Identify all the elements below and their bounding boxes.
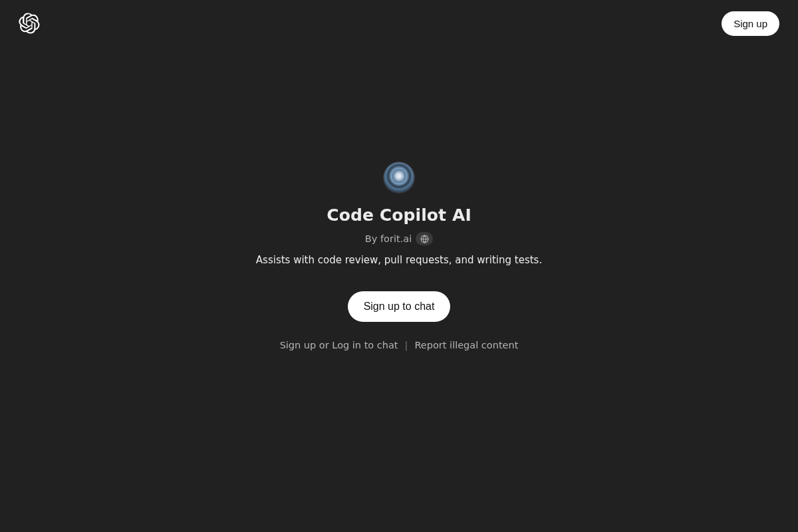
main-content: Code Copilot AI By forit.ai Assists with… (0, 0, 798, 522)
globe-icon (416, 232, 433, 245)
author-text: By forit.ai (365, 233, 412, 244)
footer-separator: | (405, 340, 408, 350)
report-link[interactable]: Report illegal content (414, 340, 518, 350)
footer-links: Sign up or Log in to chat | Report illeg… (280, 340, 519, 350)
byline: By forit.ai (365, 232, 433, 245)
assistant-avatar (383, 162, 415, 194)
page-title: Code Copilot AI (327, 205, 471, 225)
login-prompt-link[interactable]: Sign up or Log in to chat (280, 340, 398, 350)
page-description: Assists with code review, pull requests,… (256, 254, 542, 266)
signup-to-chat-button[interactable]: Sign up to chat (348, 291, 451, 322)
